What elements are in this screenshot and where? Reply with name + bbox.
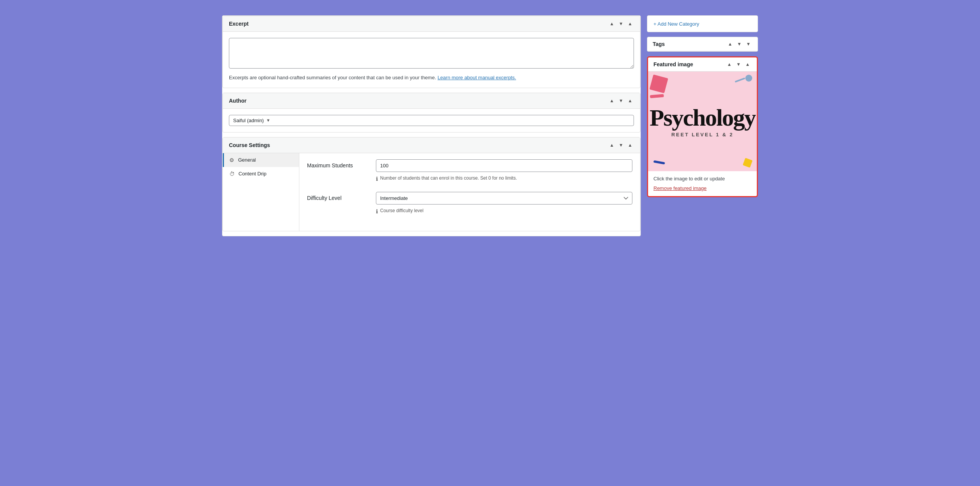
sidebar-panel: + Add New Category Tags ▲ ▼ ▼ Featured i… [647,15,758,236]
author-move-down-btn[interactable]: ▼ [617,98,625,104]
cs-nav-general-label: General [238,157,256,163]
fi-collapse-btn[interactable]: ▲ [744,61,751,67]
general-gear-icon: ⚙ [229,157,234,163]
fi-image: Psychology REET LEVEL 1 & 2 [648,72,757,171]
max-students-hint: ℹ Number of students that can enrol in t… [376,175,632,183]
author-chevron-icon: ▼ [266,118,270,123]
course-settings-body: ⚙ General ⏱ Content Drip Maximum Student… [223,153,640,231]
author-header: Author ▲ ▼ ▲ [223,93,640,109]
excerpt-move-down-btn[interactable]: ▼ [617,21,625,27]
max-students-label: Maximum Students [307,159,368,169]
add-category-link[interactable]: + Add New Category [653,21,699,27]
tags-move-up-btn[interactable]: ▲ [726,41,734,47]
fi-image-main-text: Psychology [650,106,755,129]
excerpt-controls: ▲ ▼ ▲ [608,21,634,27]
tags-controls: ▲ ▼ ▼ [726,41,752,47]
tags-move-down-btn[interactable]: ▼ [735,41,743,47]
author-controls: ▲ ▼ ▲ [608,98,634,104]
fi-hint: Click the image to edit or update [653,176,751,182]
fi-move-down-btn[interactable]: ▼ [735,61,742,67]
excerpt-section: Excerpt ▲ ▼ ▲ Excerpts are optional hand… [222,16,640,88]
fi-image-sub-text: REET LEVEL 1 & 2 [671,132,734,137]
deco-pink-bar [650,94,664,98]
featured-image-section: Featured image ▲ ▼ ▲ Psychology [647,56,758,197]
excerpt-hint: Excerpts are optional hand-crafted summa… [229,74,634,82]
difficulty-hint: ℹ Course difficulty level [376,208,632,216]
author-move-up-btn[interactable]: ▲ [608,98,616,104]
content-drip-clock-icon: ⏱ [229,171,235,177]
course-settings-header: Course Settings ▲ ▼ ▲ [223,137,640,153]
fi-title: Featured image [653,61,693,67]
main-panel: Excerpt ▲ ▼ ▲ Excerpts are optional hand… [222,15,641,236]
info-icon-students: ℹ [376,175,378,183]
fi-move-up-btn[interactable]: ▲ [725,61,733,67]
excerpt-learn-more-link[interactable]: Learn more about manual excerpts. [438,75,516,80]
excerpt-title: Excerpt [229,21,248,27]
course-settings-inner: ⚙ General ⏱ Content Drip Maximum Student… [223,153,640,231]
add-category-section: + Add New Category [647,15,758,32]
info-icon-difficulty: ℹ [376,208,378,216]
cs-nav-general[interactable]: ⚙ General [223,153,299,167]
excerpt-header: Excerpt ▲ ▼ ▲ [223,16,640,32]
cs-nav-content-drip[interactable]: ⏱ Content Drip [223,167,299,181]
max-students-input-wrap: ℹ Number of students that can enrol in t… [376,159,632,183]
remove-featured-image-button[interactable]: Remove featured image [653,185,707,191]
tags-header: Tags ▲ ▼ ▼ [647,37,758,51]
deco-circle [745,75,752,82]
course-settings-section: Course Settings ▲ ▼ ▲ ⚙ General [222,137,640,231]
author-select[interactable]: Saiful (admin) ▼ [229,115,634,126]
deco-navy-bar [653,160,665,164]
author-title: Author [229,98,247,104]
cs-move-up-btn[interactable]: ▲ [608,142,616,148]
fi-body: Click the image to edit or update Remove… [648,171,757,196]
author-body: Saiful (admin) ▼ [223,109,640,132]
tags-title: Tags [653,41,665,47]
max-students-row: Maximum Students ℹ Number of students th… [307,159,632,183]
difficulty-row: Difficulty Level Beginner Intermediate A… [307,192,632,216]
deco-blue-bar [735,77,745,82]
author-collapse-btn[interactable]: ▲ [626,98,634,104]
cs-move-down-btn[interactable]: ▼ [617,142,625,148]
tags-section: Tags ▲ ▼ ▼ [647,37,758,52]
author-selected-value: Saiful (admin) [233,118,264,123]
tags-collapse-btn[interactable]: ▼ [745,41,752,47]
deco-red-shape [650,75,668,93]
difficulty-label: Difficulty Level [307,192,368,201]
excerpt-body: Excerpts are optional hand-crafted summa… [223,32,640,88]
excerpt-move-up-btn[interactable]: ▲ [608,21,616,27]
cs-sidebar: ⚙ General ⏱ Content Drip [223,153,299,231]
difficulty-select[interactable]: Beginner Intermediate Advanced [376,192,632,205]
wp-admin-container: Excerpt ▲ ▼ ▲ Excerpts are optional hand… [222,15,758,236]
author-section: Author ▲ ▼ ▲ Saiful (admin) ▼ [222,93,640,133]
cs-nav-content-drip-label: Content Drip [238,171,266,177]
fi-controls: ▲ ▼ ▲ [725,61,751,67]
excerpt-textarea[interactable] [229,38,634,69]
course-settings-title: Course Settings [229,142,270,148]
fi-image-container[interactable]: Psychology REET LEVEL 1 & 2 [648,72,757,171]
cs-content: Maximum Students ℹ Number of students th… [299,153,640,231]
fi-header: Featured image ▲ ▼ ▲ [648,57,757,72]
cs-collapse-btn[interactable]: ▲ [626,142,634,148]
max-students-input[interactable] [376,159,632,172]
course-settings-controls: ▲ ▼ ▲ [608,142,634,148]
deco-yellow-shape [743,158,753,168]
difficulty-input-wrap: Beginner Intermediate Advanced ℹ Course … [376,192,632,216]
excerpt-collapse-btn[interactable]: ▲ [626,21,634,27]
